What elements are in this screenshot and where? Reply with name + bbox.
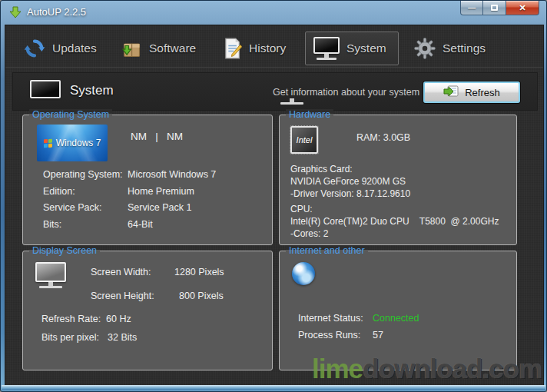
app-window: AutoUP 2.2.5 — ✕ Updates bbox=[0, 0, 547, 392]
os-details: Operating System: Microsoft Windows 7 Ed… bbox=[43, 169, 266, 235]
window-title: AutoUP 2.2.5 bbox=[27, 6, 86, 18]
os-nm-text: NM | NM bbox=[131, 131, 183, 142]
os-row-edition: Edition: Home Premium bbox=[43, 186, 266, 197]
refresh-button[interactable]: Refresh bbox=[423, 81, 520, 103]
tab-software[interactable]: Software bbox=[113, 32, 204, 65]
os-row-name: Operating System: Microsoft Windows 7 bbox=[43, 169, 266, 180]
gear-icon bbox=[414, 38, 436, 59]
window-bottom-border bbox=[2, 385, 545, 390]
close-button[interactable]: ✕ bbox=[506, 1, 539, 15]
intel-chip-icon: Intel bbox=[290, 126, 318, 154]
sync-arrows-icon bbox=[24, 38, 45, 59]
app-logo-icon bbox=[9, 6, 22, 18]
os-row-bits: Bits: 64-Bit bbox=[43, 219, 266, 230]
tabbar: Updates Software bbox=[5, 29, 543, 68]
tab-settings-label: Settings bbox=[443, 42, 486, 55]
hardware-title: Hardware bbox=[286, 109, 333, 120]
hardware-section: Hardware Intel RAM: 3.0GB Graphics Card:… bbox=[279, 115, 517, 245]
gpu-name: NVIDIA GeForce 9200M GS bbox=[290, 176, 512, 188]
monitor-icon bbox=[313, 37, 340, 60]
tab-history-label: History bbox=[249, 42, 286, 55]
internet-title: Internet and other bbox=[286, 245, 368, 256]
titlebar[interactable]: AutoUP 2.2.5 — ✕ bbox=[1, 1, 546, 25]
refresh-button-label: Refresh bbox=[465, 87, 500, 98]
tab-software-label: Software bbox=[149, 42, 196, 55]
windows-flag-icon bbox=[44, 138, 52, 148]
package-icon bbox=[121, 38, 142, 59]
maximize-button[interactable] bbox=[483, 1, 506, 15]
cpu-name: Intel(R) Core(TM)2 Duo CPU T5800 @ 2.00G… bbox=[290, 216, 512, 228]
status-badge: Connected bbox=[373, 313, 419, 324]
display-monitor-icon bbox=[35, 262, 66, 288]
tab-settings[interactable]: Settings bbox=[406, 32, 493, 65]
windows7-logo: Windows 7 bbox=[37, 125, 108, 161]
display-screen-section: Display Screen Screen Width: 1280 Pixels… bbox=[22, 251, 273, 370]
driver-version: -Driver Version: 8.17.12.9610 bbox=[290, 188, 512, 201]
operating-system-section: Operating System Windows 7 NM | NM Opera… bbox=[22, 115, 273, 245]
internet-status-row: Internet Status: Connected bbox=[298, 313, 510, 324]
page-subtitle: Get information about your system bbox=[273, 87, 419, 98]
tab-history[interactable]: History bbox=[214, 32, 293, 65]
minimize-button[interactable]: — bbox=[460, 1, 483, 15]
tab-system[interactable]: System bbox=[305, 32, 399, 65]
document-pencil-icon bbox=[222, 38, 242, 59]
ram-value: RAM: 3.0GB bbox=[356, 132, 410, 143]
hardware-details: Graphics Card: NVIDIA GeForce 9200M GS -… bbox=[290, 164, 512, 241]
maximize-icon bbox=[491, 5, 498, 11]
process-runs-row: Process Runs: 57 bbox=[298, 330, 510, 341]
tab-system-label: System bbox=[346, 42, 386, 55]
screen-height-row: Screen Height: 800 Pixels bbox=[91, 291, 224, 301]
tab-updates-label: Updates bbox=[52, 42, 97, 55]
globe-icon bbox=[292, 262, 315, 285]
screen-width-row: Screen Width: 1280 Pixels bbox=[91, 267, 224, 277]
green-refresh-arrow-icon bbox=[443, 85, 459, 100]
bits-per-pixel-row: Bits per pixel: 32 Bits bbox=[41, 332, 137, 343]
gpu-label: Graphics Card: bbox=[290, 164, 512, 176]
operating-system-title: Operating System bbox=[29, 109, 112, 120]
client-area: Updates Software bbox=[5, 25, 544, 387]
page-header: System Get information about your system… bbox=[12, 72, 538, 111]
cpu-label: CPU: bbox=[290, 204, 512, 216]
windows7-logo-label: Windows 7 bbox=[56, 138, 101, 148]
cpu-cores: -Cores: 2 bbox=[290, 228, 512, 241]
window-controls: — ✕ bbox=[460, 1, 539, 15]
os-row-service-pack: Service Pack: Service Pack 1 bbox=[43, 202, 266, 213]
internet-section: Internet and other Internet Status: Conn… bbox=[279, 251, 517, 370]
tab-updates[interactable]: Updates bbox=[16, 32, 104, 65]
internet-details: Internet Status: Connected Process Runs:… bbox=[298, 313, 510, 346]
refresh-rate-row: Refresh Rate: 60 Hz bbox=[41, 314, 131, 324]
page-title: System bbox=[70, 83, 114, 98]
display-screen-title: Display Screen bbox=[29, 245, 100, 256]
